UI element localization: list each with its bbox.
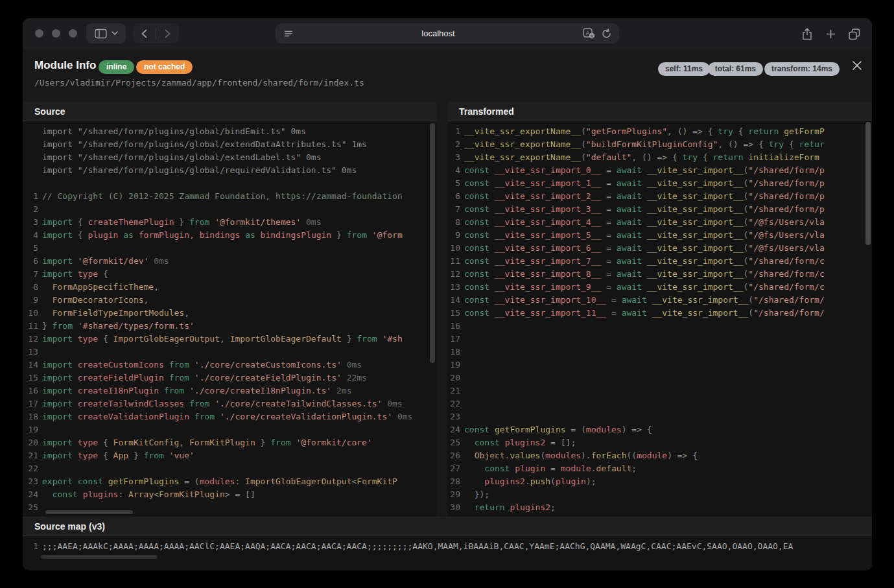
reload-icon[interactable] bbox=[602, 29, 611, 39]
new-tab-button[interactable] bbox=[826, 29, 836, 39]
code-line: 13const __vite_ssr_import_9__ = await __… bbox=[447, 281, 872, 294]
line-number: 9 bbox=[23, 294, 42, 307]
code-line: 8const __vite_ssr_import_4__ = await __v… bbox=[447, 216, 872, 229]
source-vertical-scrollbar[interactable] bbox=[430, 123, 435, 363]
sourcemap-code: 1;;;AAEA;AAAkC;AAAA;AAAA;AAAA;AAClC;AAEA… bbox=[23, 536, 872, 553]
code-line: 14const __vite_ssr_import_10__ = await _… bbox=[447, 294, 872, 307]
share-icon[interactable] bbox=[802, 28, 812, 40]
line-number: 15 bbox=[23, 371, 42, 384]
code-line: 9const __vite_ssr_import_5__ = await __v… bbox=[447, 229, 872, 242]
forward-button[interactable] bbox=[156, 29, 179, 38]
code-line: 30 return plugins2; bbox=[447, 501, 872, 514]
code-line: 12const __vite_ssr_import_8__ = await __… bbox=[447, 268, 872, 281]
code-line: 1// Copyright (C) 2012-2025 Zammad Found… bbox=[23, 190, 436, 203]
sidebar-toggle-button[interactable] bbox=[86, 23, 126, 43]
navigation-group bbox=[133, 23, 179, 43]
line-number: 13 bbox=[447, 281, 464, 294]
line-number: 16 bbox=[447, 320, 464, 333]
code-line: 4const __vite_ssr_import_0__ = await __v… bbox=[447, 164, 872, 177]
code-line: 13 bbox=[23, 346, 436, 359]
code-line: 14import createCustomIcons from './core/… bbox=[23, 359, 436, 371]
address-bar[interactable]: localhost Ax bbox=[276, 23, 619, 43]
back-button[interactable] bbox=[133, 29, 156, 38]
line-number: 5 bbox=[23, 242, 42, 255]
window-minimize-button[interactable] bbox=[52, 29, 60, 38]
window-zoom-button[interactable] bbox=[69, 29, 77, 38]
transformed-panel: Transformed 1__vite_ssr_exportName__("ge… bbox=[447, 102, 872, 517]
line-number: 13 bbox=[23, 346, 42, 359]
sidebar-icon bbox=[95, 29, 108, 39]
transformed-panel-title: Transformed bbox=[447, 102, 872, 121]
code-line: import "/shared/form/plugins/global/bind… bbox=[23, 125, 436, 138]
window-close-button[interactable] bbox=[35, 29, 43, 38]
code-line: 23export const getFormPlugins = (modules… bbox=[23, 475, 436, 488]
line-number bbox=[23, 138, 42, 151]
code-line: 1__vite_ssr_exportName__("getFormPlugins… bbox=[447, 125, 872, 138]
transformed-vertical-scrollbar[interactable] bbox=[865, 122, 871, 245]
line-number bbox=[23, 177, 42, 190]
line-number: 4 bbox=[23, 229, 42, 242]
code-line: 22 bbox=[447, 397, 872, 410]
line-number: 20 bbox=[447, 371, 464, 384]
code-line: 19 bbox=[447, 359, 872, 371]
code-line: 15import createFieldPlugin from './core/… bbox=[23, 371, 436, 384]
code-line: 5 bbox=[23, 242, 436, 255]
line-number: 5 bbox=[447, 177, 464, 190]
code-line: 2__vite_ssr_exportName__("buildFormKitPl… bbox=[447, 138, 872, 151]
line-number: 8 bbox=[23, 281, 42, 294]
close-icon[interactable] bbox=[851, 59, 864, 72]
code-line: 24const getFormPlugins = (modules) => { bbox=[447, 423, 872, 436]
code-line: 11const __vite_ssr_import_7__ = await __… bbox=[447, 255, 872, 268]
line-number: 28 bbox=[447, 475, 464, 488]
code-line: 21import type { App } from 'vue' bbox=[23, 449, 436, 462]
browser-toolbar: localhost Ax bbox=[23, 18, 872, 49]
url-text[interactable]: localhost bbox=[294, 29, 583, 38]
line-number: 3 bbox=[447, 151, 464, 164]
line-number: 7 bbox=[447, 203, 464, 216]
code-line: 17import createTailwindClasses from './c… bbox=[23, 397, 436, 410]
line-number: 15 bbox=[447, 307, 464, 320]
code-line: 6import '@formkit/dev' 0ms bbox=[23, 255, 436, 268]
line-number: 2 bbox=[447, 138, 464, 151]
code-line: 17 bbox=[447, 333, 872, 346]
code-line: 4import { plugin as formPlugin, bindings… bbox=[23, 229, 436, 242]
line-number: 24 bbox=[23, 488, 42, 501]
line-number: 24 bbox=[447, 423, 464, 436]
line-number: 21 bbox=[23, 449, 42, 462]
line-number: 17 bbox=[23, 397, 42, 410]
timing-self-badge: self: 11ms bbox=[658, 62, 710, 76]
line-number: 23 bbox=[23, 475, 42, 488]
line-number: 9 bbox=[447, 229, 464, 242]
line-number: 4 bbox=[447, 164, 464, 177]
code-line: 3__vite_ssr_exportName__("default", () =… bbox=[447, 151, 872, 164]
code-line: 10const __vite_ssr_import_6__ = await __… bbox=[447, 242, 872, 255]
line-number: 21 bbox=[447, 384, 464, 397]
tab-overview-icon[interactable] bbox=[848, 28, 860, 40]
timing-total-badge: total: 61ms bbox=[708, 62, 763, 76]
code-line: 21 bbox=[447, 384, 872, 397]
code-line: 10 FormFieldTypeImportModules, bbox=[23, 307, 436, 320]
sourcemap-horizontal-scrollbar[interactable] bbox=[41, 555, 158, 559]
code-line: import "/shared/form/plugins/global/exte… bbox=[23, 138, 436, 151]
code-line: 29 }); bbox=[447, 488, 872, 501]
code-line: 18import createValidationPlugin from './… bbox=[23, 410, 436, 423]
line-number bbox=[23, 151, 42, 164]
svg-text:A: A bbox=[585, 30, 589, 36]
line-number: 22 bbox=[447, 397, 464, 410]
line-number: 11 bbox=[23, 320, 42, 333]
code-line: 20 bbox=[447, 371, 872, 384]
code-line: import "/shared/form/plugins/global/requ… bbox=[23, 164, 436, 177]
line-number: 1 bbox=[23, 190, 42, 203]
code-line: 5const __vite_ssr_import_1__ = await __v… bbox=[447, 177, 872, 190]
page-format-icon[interactable] bbox=[283, 29, 294, 38]
source-horizontal-scrollbar[interactable] bbox=[45, 510, 133, 514]
line-number: 25 bbox=[23, 501, 42, 514]
code-line: 16import createI18nPlugin from './core/c… bbox=[23, 384, 436, 397]
line-number: 6 bbox=[447, 190, 464, 203]
line-number: 12 bbox=[23, 333, 42, 346]
line-number: 12 bbox=[447, 268, 464, 281]
svg-text:x: x bbox=[591, 33, 593, 39]
line-number: 18 bbox=[23, 410, 42, 423]
translate-icon[interactable]: Ax bbox=[583, 28, 595, 39]
line-number: 25 bbox=[447, 436, 464, 449]
